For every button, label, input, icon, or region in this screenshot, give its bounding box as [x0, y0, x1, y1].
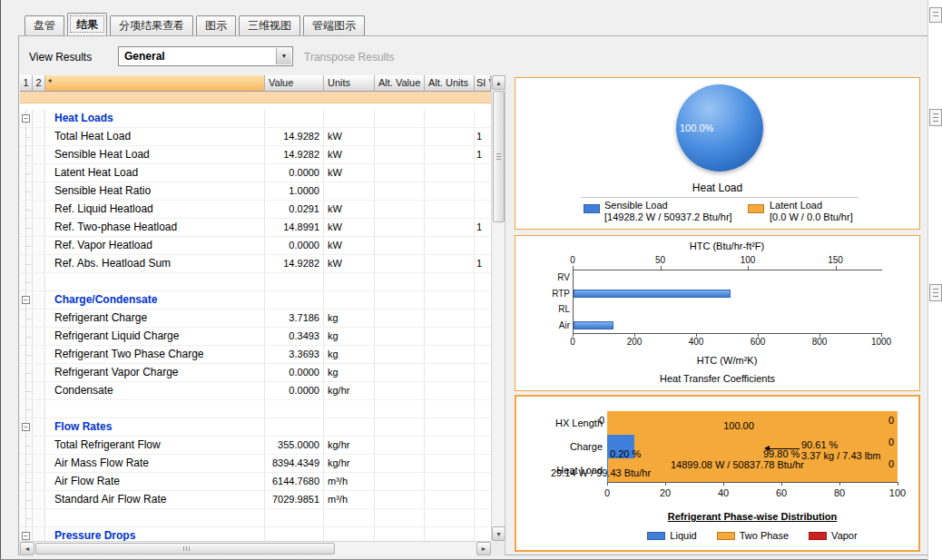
- tree-cell: −: [20, 527, 33, 541]
- row-units: kW: [324, 146, 375, 163]
- tree-branch: [26, 173, 31, 174]
- table-group-row[interactable]: −Heat Loads: [20, 110, 491, 128]
- row-units: [324, 400, 375, 418]
- row-name: Ref. Abs. Heatload Sum: [45, 255, 265, 272]
- collapse-toggle-icon[interactable]: −: [22, 114, 30, 123]
- pie-data-label: 100.0%: [680, 123, 713, 133]
- table-row[interactable]: Total Heat Load14.9282kW1: [20, 128, 491, 146]
- tree-cell-2: [33, 128, 45, 145]
- annotation-hx-liquid: 0: [599, 415, 604, 426]
- scroll-right-icon[interactable]: ►: [476, 542, 491, 555]
- phase-category-label: Charge: [516, 441, 603, 452]
- collapse-toggle-icon[interactable]: −: [22, 296, 30, 304]
- results-view-dropdown[interactable]: General ▼: [118, 46, 293, 66]
- row-units: kW: [324, 164, 375, 182]
- collapse-toggle-icon[interactable]: −: [22, 532, 30, 540]
- tree-cell-2: [33, 146, 45, 163]
- htc-bar-air: [574, 321, 613, 329]
- docked-panel-tab-3[interactable]: [929, 284, 942, 301]
- tab-1[interactable]: 盘管: [25, 15, 64, 35]
- htc-category-label: RV: [530, 272, 570, 282]
- legend-swatch-sensible: [584, 204, 600, 213]
- tree-cell: −: [20, 110, 33, 127]
- column-header-1[interactable]: 1: [20, 75, 33, 92]
- column-header-name[interactable]: *: [45, 75, 265, 92]
- horizontal-scrollbar[interactable]: ◄ ►: [20, 541, 491, 555]
- docked-panel-strip: [927, 0, 942, 560]
- tab-3[interactable]: 分项结果查看: [110, 15, 193, 35]
- vertical-scrollbar[interactable]: ▲ ▼: [491, 75, 505, 541]
- scroll-left-icon[interactable]: ◄: [20, 542, 34, 555]
- table-row[interactable]: Refrigerant Two Phase Charge3.3693kg: [20, 346, 491, 364]
- table-row[interactable]: Total Refrigerant Flow355.0000kg/hr: [20, 437, 491, 455]
- row-si-value: [475, 291, 491, 309]
- legend-label-sensible: Sensible Load: [604, 200, 668, 211]
- tab-5[interactable]: 三维视图: [239, 15, 300, 35]
- table-row[interactable]: Sensible Heat Ratio1.0000: [20, 182, 491, 201]
- table-row[interactable]: Ref. Liquid Heatload0.0291kW: [20, 201, 491, 219]
- column-header-value[interactable]: Value: [265, 75, 324, 92]
- table-row[interactable]: Ref. Vapor Heatload0.0000kW: [20, 237, 491, 255]
- table-row[interactable]: Condensate0.0000kg/hr: [20, 382, 491, 400]
- row-si-value: [475, 346, 491, 363]
- column-header-2[interactable]: 2: [33, 75, 45, 92]
- row-units: [324, 509, 375, 526]
- row-si-value: [475, 437, 491, 454]
- column-header-alt-value[interactable]: Alt. Value: [375, 75, 425, 92]
- row-alt-units: [425, 110, 475, 127]
- table-row[interactable]: Ref. Two-phase Heatload14.8991kW1: [20, 219, 491, 237]
- htc-top-tick-label: 100: [741, 255, 756, 265]
- selected-empty-row[interactable]: [20, 92, 491, 103]
- legend-label-latent: Latent Load: [770, 200, 822, 211]
- scroll-down-icon[interactable]: ▼: [492, 526, 505, 541]
- column-header-alt-units[interactable]: Alt. Units: [425, 75, 475, 92]
- horizontal-scrollbar-thumb[interactable]: [35, 543, 335, 555]
- column-header-si-value[interactable]: SI V: [475, 75, 491, 92]
- chevron-down-icon[interactable]: ▼: [276, 48, 291, 64]
- row-value: 7029.9851: [265, 491, 324, 508]
- docked-panel-tab-2[interactable]: [929, 109, 942, 126]
- table-row[interactable]: Refrigerant Vapor Charge0.0000kg: [20, 364, 491, 382]
- vertical-scrollbar-thumb[interactable]: [493, 91, 505, 222]
- htc-top-axis-label: HTC (Btu/hr-ft²F): [573, 241, 881, 251]
- row-si-value: 1: [475, 146, 491, 163]
- row-units: [324, 110, 375, 127]
- row-alt-units: [425, 146, 475, 163]
- column-header-units[interactable]: Units: [324, 75, 375, 92]
- tree-branch: [26, 137, 31, 138]
- row-units: [324, 418, 375, 436]
- table-group-row[interactable]: −Pressure Drops: [20, 527, 491, 541]
- row-si-value: [475, 509, 491, 526]
- row-alt-units: [425, 182, 475, 200]
- table-row[interactable]: Sensible Heat Load14.9282kW1: [20, 146, 491, 164]
- row-units: kW: [324, 255, 375, 272]
- row-name: Air Mass Flow Rate: [45, 455, 265, 472]
- row-alt-units: [425, 237, 475, 254]
- phase-tick-label: 20: [660, 487, 671, 498]
- table-row[interactable]: Refrigerant Charge3.7186kg: [20, 309, 491, 328]
- row-alt-units: [425, 346, 475, 363]
- table-row[interactable]: Latent Heat Load0.0000kW: [20, 164, 491, 182]
- table-row[interactable]: Ref. Abs. Heatload Sum14.9282kW1: [20, 255, 491, 273]
- tree-cell: [20, 400, 33, 418]
- row-alt-units: [425, 418, 475, 436]
- table-group-row[interactable]: −Flow Rates: [20, 418, 491, 437]
- scroll-up-icon[interactable]: ▲: [492, 75, 505, 90]
- tab-4[interactable]: 图示: [196, 15, 236, 35]
- table-row[interactable]: Refrigerant Liquid Charge0.3493kg: [20, 328, 491, 346]
- table-row[interactable]: Standard Air Flow Rate7029.9851m³/h: [20, 491, 491, 509]
- annotation-heatload-twophase-pct: 99.80 %: [763, 448, 800, 459]
- docked-panel-tab-1[interactable]: [929, 7, 942, 23]
- tree-cell: [20, 455, 33, 472]
- htc-bottom-tick-label: 600: [751, 337, 766, 347]
- table-group-row[interactable]: −Charge/Condensate: [20, 291, 491, 309]
- table-row[interactable]: Air Flow Rate6144.7680m³/h: [20, 473, 491, 491]
- tab-6[interactable]: 管端图示: [303, 15, 365, 35]
- collapse-toggle-icon[interactable]: −: [22, 423, 30, 431]
- table-body: −Heat LoadsTotal Heat Load14.9282kW1Sens…: [20, 92, 491, 541]
- row-alt-units: [425, 219, 475, 236]
- row-alt-units: [425, 437, 475, 454]
- table-row[interactable]: Air Mass Flow Rate8394.4349kg/hr: [20, 455, 491, 473]
- row-alt-units: [425, 164, 475, 182]
- tab-2-active[interactable]: 结果: [67, 13, 107, 35]
